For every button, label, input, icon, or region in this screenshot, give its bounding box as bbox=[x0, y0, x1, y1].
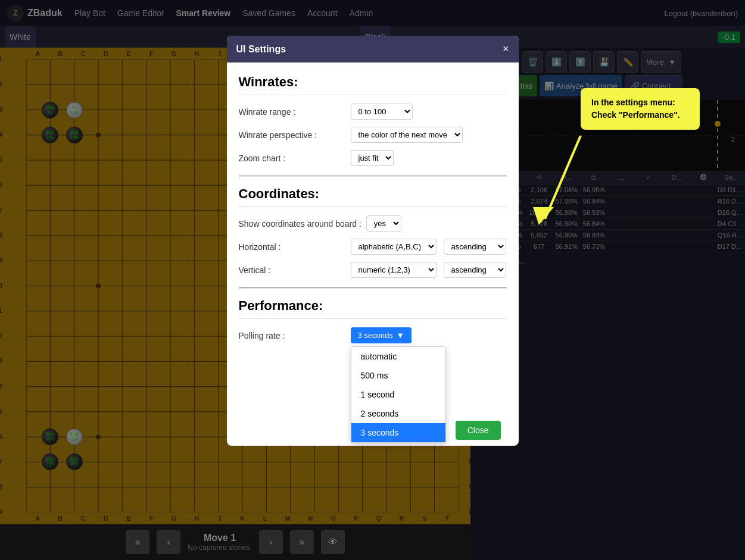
zoom-chart-label: Zoom chart : bbox=[239, 154, 346, 163]
vertical-select[interactable]: numeric (1,2,3) alphabetic (A,B,C) bbox=[351, 262, 437, 278]
vertical-order-select[interactable]: ascending descending bbox=[444, 262, 506, 278]
tooltip-container: In the settings menu:Check "Performance"… bbox=[581, 88, 700, 130]
close-modal-button[interactable]: Close bbox=[456, 421, 501, 440]
horizontal-row: Horizontal : alphabetic (A,B,C) numeric … bbox=[239, 239, 507, 255]
modal-title: UI Settings bbox=[236, 44, 286, 55]
perspective-select[interactable]: the color of the next move White Black bbox=[351, 127, 463, 143]
zoom-chart-select[interactable]: just fit 50% 100% bbox=[351, 150, 394, 166]
vertical-label: Vertical : bbox=[239, 265, 346, 275]
polling-rate-button[interactable]: 3 seconds ▼ bbox=[351, 327, 412, 343]
modal-overlay: UI Settings × Winrates: Winrate range : … bbox=[0, 0, 745, 560]
modal-body: Winrates: Winrate range : 0 to 100 -100 … bbox=[227, 62, 519, 431]
ui-settings-modal: UI Settings × Winrates: Winrate range : … bbox=[227, 36, 519, 446]
winrate-range-row: Winrate range : 0 to 100 -100 to 100 bbox=[239, 104, 507, 120]
polling-rate-value: 3 seconds bbox=[358, 331, 393, 340]
show-coords-label: Show coordinates around board : bbox=[239, 219, 361, 229]
horizontal-order-select[interactable]: ascending descending bbox=[444, 239, 506, 255]
show-coords-row: Show coordinates around board : yes no bbox=[239, 215, 507, 231]
winrate-range-select[interactable]: 0 to 100 -100 to 100 bbox=[351, 104, 413, 120]
polling-dropdown-icon: ▼ bbox=[397, 331, 404, 340]
polling-dropdown: automatic 500 ms 1 second 2 seconds 3 se… bbox=[351, 346, 446, 443]
coordinates-section-title: Coordinates: bbox=[239, 186, 507, 207]
polling-rate-row: Polling rate : 3 seconds ▼ automatic 500… bbox=[239, 327, 507, 343]
dropdown-item-1s[interactable]: 1 second bbox=[351, 385, 445, 404]
horizontal-select[interactable]: alphabetic (A,B,C) numeric (1,2,3) bbox=[351, 239, 437, 255]
dropdown-item-500ms[interactable]: 500 ms bbox=[351, 366, 445, 385]
winrate-range-label: Winrate range : bbox=[239, 107, 346, 117]
modal-header: UI Settings × bbox=[227, 36, 519, 62]
modal-close-button[interactable]: × bbox=[503, 43, 509, 55]
polling-rate-dropdown-container: 3 seconds ▼ automatic 500 ms 1 second 2 … bbox=[351, 327, 412, 343]
tooltip-text: In the settings menu:Check "Performance"… bbox=[591, 98, 680, 120]
zoom-chart-row: Zoom chart : just fit 50% 100% bbox=[239, 150, 507, 166]
horizontal-label: Horizontal : bbox=[239, 242, 346, 252]
polling-rate-label: Polling rate : bbox=[239, 331, 346, 340]
dropdown-item-2s[interactable]: 2 seconds bbox=[351, 404, 445, 423]
tooltip-box: In the settings menu:Check "Performance"… bbox=[581, 88, 700, 130]
dropdown-item-automatic[interactable]: automatic bbox=[351, 347, 445, 366]
dropdown-item-3s[interactable]: 3 seconds bbox=[351, 423, 445, 442]
perspective-label: Winrate perspective : bbox=[239, 130, 346, 140]
vertical-row: Vertical : numeric (1,2,3) alphabetic (A… bbox=[239, 262, 507, 278]
winrates-section-title: Winrates: bbox=[239, 74, 507, 95]
performance-section-title: Performance: bbox=[239, 298, 507, 319]
show-coords-select[interactable]: yes no bbox=[366, 215, 401, 231]
perspective-row: Winrate perspective : the color of the n… bbox=[239, 127, 507, 143]
